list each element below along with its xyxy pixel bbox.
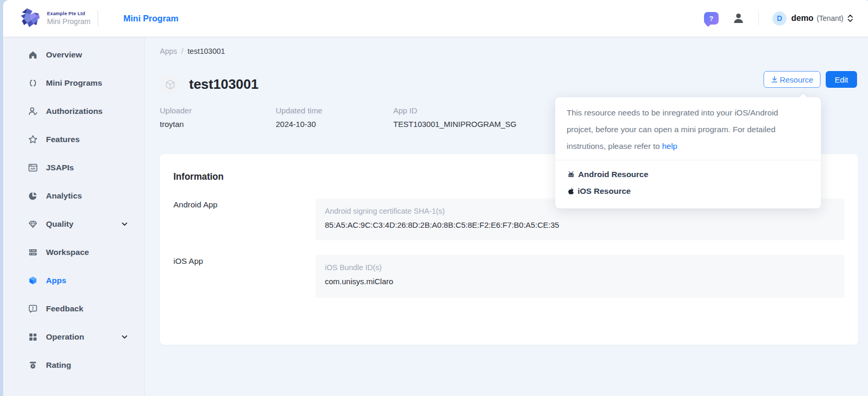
- tenant-switcher[interactable]: D demo (Tenant): [772, 11, 853, 26]
- tenant-name: demo: [791, 14, 814, 23]
- gauge-icon: [28, 360, 38, 370]
- sidebar-item-label: Quality: [46, 219, 74, 229]
- sidebar-item-label: Apps: [46, 276, 66, 285]
- logo-product-name: Mini Program: [47, 17, 90, 26]
- popover-line: instrutions, please refer to help: [567, 138, 810, 155]
- resource-button[interactable]: Resource: [764, 71, 820, 88]
- server-icon: [28, 247, 38, 258]
- help-icon[interactable]: ?: [704, 12, 719, 25]
- sidebar-item-overview[interactable]: Overview: [3, 41, 144, 69]
- resource-popover: This resource needs to be inregrated int…: [555, 97, 821, 208]
- sidebar-item-label: Operation: [46, 332, 84, 342]
- sidebar-item-label: Features: [46, 135, 80, 144]
- tenant-switch-icon: [847, 14, 853, 22]
- field-value: 85:A5:AC:9C:C3:4D:26:8D:2B:A0:8B:C5:8E:F…: [325, 220, 835, 230]
- meta-uploader: Uploader troytan: [160, 106, 276, 129]
- ios-app-row: iOS App iOS Bundle ID(s) com.unisys.miCl…: [173, 255, 844, 298]
- svg-text:API: API: [30, 167, 36, 170]
- app-avatar: [160, 74, 180, 95]
- meta-label: Uploader: [160, 106, 276, 115]
- star-icon: [28, 134, 38, 145]
- api-window-icon: API: [28, 162, 38, 173]
- mini-program-code-icon: [28, 78, 38, 88]
- top-bar: Example Pte Ltd Mini Program Mini Progra…: [3, 0, 868, 37]
- meta-label: Updated time: [276, 106, 393, 115]
- popover-resource-links: Android Resource iOS Resource: [555, 160, 821, 208]
- popover-line: This resource needs to be inregrated int…: [567, 104, 810, 121]
- sidebar-item-label: Workspace: [46, 248, 89, 257]
- sidebar-item-workspace[interactable]: Workspace: [3, 238, 144, 266]
- ios-resource-link[interactable]: iOS Resource: [567, 183, 810, 199]
- gem-icon: [28, 219, 38, 229]
- meta-label: App ID: [393, 106, 517, 115]
- lion-logo-icon: [19, 7, 43, 29]
- user-icon[interactable]: [732, 12, 745, 25]
- sidebar-item-label: JSAPIs: [46, 163, 74, 172]
- sidebar-item-label: Mini Programs: [46, 78, 102, 88]
- sidebar-item-label: Overview: [46, 50, 82, 60]
- apple-icon: [567, 187, 575, 196]
- main-content: Apps / test103001 test103001 Resource Ed…: [145, 37, 868, 396]
- sidebar-item-label: Analytics: [46, 191, 82, 201]
- sidebar: Overview Mini Programs Authorizations Fe…: [3, 37, 145, 396]
- edit-button-label: Edit: [835, 75, 848, 84]
- brand-logo[interactable]: Example Pte Ltd Mini Program: [19, 7, 98, 29]
- person-check-icon: [28, 106, 38, 117]
- app-window: Example Pte Ltd Mini Program Mini Progra…: [3, 0, 868, 396]
- tenant-suffix: (Tenant): [817, 14, 843, 22]
- sidebar-item-rating[interactable]: Rating: [3, 351, 144, 379]
- android-icon: [567, 170, 576, 179]
- sidebar-item-jsapis[interactable]: API JSAPIs: [3, 154, 144, 182]
- tenant-avatar: D: [772, 11, 787, 26]
- header-divider: [758, 11, 759, 25]
- android-resource-link[interactable]: Android Resource: [567, 167, 810, 182]
- sidebar-item-mini-programs[interactable]: Mini Programs: [3, 69, 144, 97]
- page-actions: Resource Edit: [764, 71, 857, 88]
- logo-divider: [98, 10, 98, 26]
- meta-updated-time: Updated time 2024-10-30: [276, 106, 393, 129]
- sidebar-item-apps[interactable]: Apps: [3, 266, 144, 295]
- home-icon: [28, 50, 38, 60]
- grid-icon: [28, 332, 38, 342]
- logo-text: Example Pte Ltd Mini Program: [47, 11, 90, 26]
- breadcrumb: Apps / test103001: [160, 47, 225, 55]
- breadcrumb-apps-link[interactable]: Apps: [160, 47, 177, 55]
- download-icon: [771, 76, 778, 83]
- android-app-label: Android App: [173, 199, 315, 210]
- comment-icon: [28, 304, 38, 314]
- field-label: iOS Bundle ID(s): [325, 263, 835, 272]
- sidebar-item-label: Rating: [46, 360, 71, 370]
- sidebar-item-authorizations[interactable]: Authorizations: [3, 97, 144, 125]
- sidebar-item-label: Authorizations: [46, 107, 103, 116]
- breadcrumb-separator: /: [181, 47, 183, 55]
- field-value: com.unisys.miClaro: [325, 277, 835, 286]
- meta-app-id: App ID TEST103001_MINIPROGRAM_SG: [393, 106, 517, 129]
- ios-app-label: iOS App: [173, 255, 315, 266]
- sidebar-item-quality[interactable]: Quality: [3, 210, 144, 238]
- pie-chart-icon: [28, 191, 38, 201]
- ios-bundle-field: iOS Bundle ID(s) com.unisys.miClaro: [315, 255, 844, 298]
- chevron-down-icon[interactable]: [121, 334, 128, 341]
- page-title: test103001: [189, 76, 259, 92]
- popover-description: This resource needs to be inregrated int…: [555, 97, 821, 160]
- popover-line: projcet, before your can open a mini pro…: [567, 121, 810, 138]
- meta-value: troytan: [160, 120, 276, 129]
- sidebar-item-label: Feedback: [46, 304, 84, 313]
- sidebar-item-features[interactable]: Features: [3, 125, 144, 154]
- cube-outline-icon: [165, 79, 176, 90]
- nav-mini-program[interactable]: Mini Program: [123, 14, 178, 24]
- help-link[interactable]: help: [662, 142, 677, 150]
- chevron-down-icon[interactable]: [121, 221, 128, 228]
- meta-value: TEST103001_MINIPROGRAM_SG: [393, 120, 517, 129]
- edit-button[interactable]: Edit: [826, 71, 857, 88]
- sidebar-item-feedback[interactable]: Feedback: [3, 295, 144, 323]
- android-resource-label: Android Resource: [578, 170, 648, 179]
- sidebar-item-operation[interactable]: Operation: [3, 323, 144, 351]
- ios-resource-label: iOS Resource: [578, 187, 631, 196]
- resource-button-label: Resource: [780, 75, 813, 84]
- breadcrumb-current: test103001: [187, 47, 225, 55]
- meta-value: 2024-10-30: [276, 120, 393, 129]
- sidebar-item-analytics[interactable]: Analytics: [3, 182, 144, 210]
- cube-icon: [28, 275, 38, 286]
- popover-line-text: instrutions, please refer to: [567, 142, 662, 150]
